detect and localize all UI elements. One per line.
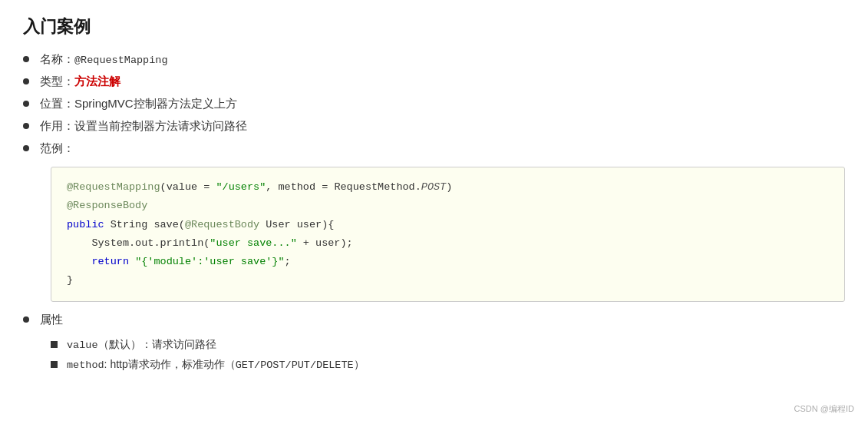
square-dot bbox=[51, 341, 58, 348]
code-line-7: } bbox=[67, 271, 829, 290]
bullet-dot bbox=[23, 145, 29, 151]
sub-item-method-text: method: http请求动作，标准动作（GET/POST/PUT/DELET… bbox=[67, 358, 365, 372]
sub-list-item-method: method: http请求动作，标准动作（GET/POST/PUT/DELET… bbox=[51, 358, 845, 372]
label: 作用： bbox=[40, 119, 74, 132]
value: 方法注解 bbox=[74, 75, 120, 88]
list-item-type: 类型：方法注解 bbox=[23, 75, 845, 89]
code-line-4: System.out.println("user save..." + user… bbox=[67, 234, 829, 253]
bullet-dot bbox=[23, 56, 29, 62]
sub-item-value-text: value（默认）：请求访问路径 bbox=[67, 338, 216, 352]
sub-bullet-list: value（默认）：请求访问路径 method: http请求动作，标准动作（G… bbox=[51, 338, 845, 372]
item-position-text: 位置：SpringMVC控制器方法定义上方 bbox=[40, 97, 237, 111]
item-type-text: 类型：方法注解 bbox=[40, 75, 120, 89]
main-bullet-list: 名称：@RequestMapping 类型：方法注解 位置：SpringMVC控… bbox=[23, 52, 845, 156]
list-item-position: 位置：SpringMVC控制器方法定义上方 bbox=[23, 97, 845, 111]
label: 范例： bbox=[40, 141, 74, 154]
bullet-dot bbox=[23, 101, 29, 107]
code-block: @RequestMapping(value = "/users", method… bbox=[51, 167, 845, 302]
value: @RequestMapping bbox=[74, 55, 168, 66]
value: 设置当前控制器方法请求访问路径 bbox=[74, 119, 247, 132]
square-dot bbox=[51, 361, 58, 368]
item-name-text: 名称：@RequestMapping bbox=[40, 52, 168, 67]
list-item-name: 名称：@RequestMapping bbox=[23, 52, 845, 67]
bullet-dot bbox=[23, 316, 29, 323]
code-line-1: @RequestMapping(value = "/users", method… bbox=[67, 178, 829, 197]
list-item-attributes: 属性 bbox=[23, 313, 845, 327]
watermark: CSDN @编程ID bbox=[794, 403, 854, 415]
bullet-dot bbox=[23, 78, 29, 84]
attributes-label: 属性 bbox=[40, 313, 63, 327]
code-line-6: return "{'module':'user save'}"; bbox=[67, 253, 829, 271]
list-item-purpose: 作用：设置当前控制器方法请求访问路径 bbox=[23, 119, 845, 134]
label: 位置： bbox=[40, 97, 74, 110]
page-title: 入门案例 bbox=[23, 15, 845, 38]
bullet-dot bbox=[23, 123, 29, 129]
label: 名称： bbox=[40, 52, 74, 65]
item-purpose-text: 作用：设置当前控制器方法请求访问路径 bbox=[40, 119, 247, 134]
sub-list-item-value: value（默认）：请求访问路径 bbox=[51, 338, 845, 352]
attributes-bullet-list: 属性 bbox=[23, 313, 845, 327]
code-line-3: public String save(@RequestBody User use… bbox=[67, 216, 829, 234]
item-example-text: 范例： bbox=[40, 141, 74, 156]
value: SpringMVC控制器方法定义上方 bbox=[74, 97, 237, 110]
label: 类型： bbox=[40, 75, 74, 88]
code-line-2: @ResponseBody bbox=[67, 197, 829, 215]
list-item-example: 范例： bbox=[23, 141, 845, 156]
